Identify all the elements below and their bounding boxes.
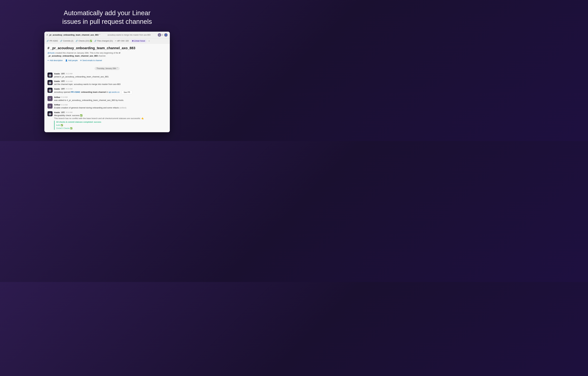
- message-content: Axolo APP 8:14 AM Mergeability check: su…: [54, 111, 167, 130]
- tab-files-changed[interactable]: 🔗 Files changed (21): [94, 40, 113, 42]
- message-text: Enable creation of general channel durin…: [54, 106, 167, 109]
- link-icon: 🔗: [94, 40, 96, 42]
- sender-name: Arthur: [54, 104, 60, 106]
- message-time: 8:14 AM: [66, 80, 73, 82]
- repo-link[interactable]: api.axolo.co: [109, 91, 119, 93]
- chevron-icon: ˅: [117, 67, 118, 70]
- message-content: Arthur 8:14 AM was added to #_pr_acoudou…: [54, 96, 167, 102]
- channel-actions: ✏ Add description 👤 Add people ✉ Send em…: [47, 59, 167, 62]
- message-header: Axolo APP 8:14 AM: [54, 80, 167, 83]
- active-dot: [132, 40, 133, 42]
- list-item: 🤖 Axolo APP 8:14 AM Mergeability check: …: [44, 110, 170, 131]
- message-text: joined #_pr_acoudouy_onboarding_team_cha…: [54, 75, 167, 78]
- list-item: A Arthur 8:14 AM Enable creation of gene…: [44, 103, 170, 110]
- avatar: A: [47, 96, 53, 101]
- tab-label: Checks (2/2) ✅: [79, 40, 92, 42]
- tab-diff[interactable]: ✂ diff +344 -320: [115, 40, 129, 42]
- action-label: Add description: [50, 59, 63, 62]
- tab-label: Linear Issue: [134, 40, 145, 42]
- sender-name: Axolo: [54, 80, 60, 83]
- channel-body: # _pr_acoudouy_onboarding_team_channel_a…: [44, 43, 170, 65]
- tab-pr[interactable]: 🔗 PR #1842: [47, 40, 58, 42]
- avatar: A: [47, 104, 53, 109]
- chevron-down-icon: ˅: [99, 34, 100, 36]
- check-item: CircleCI Checks ✅: [56, 127, 167, 130]
- message-header: Axolo APP 8:13 AM: [54, 73, 167, 75]
- tab-linear-issue[interactable]: Linear Issue: [131, 39, 146, 42]
- app-badge: APP: [61, 73, 65, 75]
- checks-block: All checks & commit statuses completed: …: [54, 121, 167, 130]
- checks-title: All checks & commit statuses completed: …: [56, 121, 167, 124]
- add-member-icon[interactable]: 👤: [164, 33, 168, 37]
- message-time: 8:13 AM: [66, 73, 73, 74]
- tab-label: diff +344 -320: [117, 40, 129, 42]
- title-bar: # _pr_acoudouy_onboarding_team_channel_a…: [44, 32, 170, 38]
- sender-name: Axolo: [54, 73, 60, 75]
- pr-link[interactable]: PR #1842: [71, 91, 80, 93]
- avatar: 🤖: [47, 73, 53, 78]
- message-text: was added to #_pr_acoudouy_onboarding_te…: [54, 99, 167, 102]
- add-tab-button[interactable]: +: [149, 40, 150, 42]
- message-time: 8:14 AM: [61, 104, 68, 106]
- list-item: A Arthur 8:14 AM was added to #_pr_acoud…: [44, 95, 170, 103]
- tabs-bar: 🔗 PR #1842 🔗 Commits (2) 🔗 Checks (2/2) …: [44, 38, 170, 43]
- channel-name-header[interactable]: # _pr_acoudouy_onboarding_team_channel_a…: [47, 34, 100, 36]
- message-time: 8:14 AM: [66, 88, 73, 90]
- list-item: 🤖 Axolo APP 8:14 AM acoudouy opened PR #…: [44, 87, 170, 95]
- avatar: 🤖: [47, 111, 53, 116]
- merge-info: acoudouy wants to merge into master from…: [101, 34, 157, 36]
- action-label: Send emails to channel: [82, 59, 102, 62]
- see-pr-button[interactable]: See PR: [122, 90, 132, 94]
- list-item: 🤖 Axolo APP 8:13 AM joined #_pr_acoudouy…: [44, 72, 170, 79]
- person-icon: 👤: [65, 59, 68, 62]
- message-text: acoudouy opened PR #1842: onboarding tea…: [54, 90, 167, 94]
- channel-title: # _pr_acoudouy_onboarding_team_channel_a…: [47, 46, 167, 50]
- sender-name: Axolo: [54, 111, 60, 114]
- headline: Automatically add your Linear issues in …: [62, 9, 152, 26]
- tab-checks[interactable]: 🔗 Checks (2/2) ✅: [75, 40, 92, 42]
- message-text: Mergeability check: success ✅ This branc…: [54, 114, 167, 130]
- edited-label: (edited): [119, 106, 126, 109]
- member-count: 🤖 2: [158, 33, 163, 37]
- date-text: Thursday, January 26th: [96, 67, 116, 70]
- check-item: build ✅: [56, 124, 167, 126]
- message-header: Axolo APP 8:14 AM: [54, 111, 167, 114]
- message-text: set the channel topic: acoudouy wants to…: [54, 83, 167, 86]
- tab-label: Commits (2): [63, 40, 73, 42]
- link-icon: 🔗: [75, 40, 78, 42]
- email-icon: ✉: [80, 59, 82, 62]
- avatar: 🤖: [47, 80, 53, 85]
- message-content: Axolo APP 8:13 AM joined #_pr_acoudouy_o…: [54, 73, 167, 78]
- send-emails-action[interactable]: ✉ Send emails to channel: [80, 59, 102, 62]
- link-icon: 🔗: [47, 40, 49, 42]
- header-right: 🤖 2 👤: [158, 33, 168, 37]
- message-content: Axolo APP 8:14 AM set the channel topic:…: [54, 80, 167, 86]
- action-label: Add people: [68, 59, 78, 62]
- channel-description: @Axolo created this channel on January 2…: [47, 51, 167, 57]
- app-badge: APP: [61, 111, 65, 114]
- tab-commits[interactable]: 🔗 Commits (2): [60, 40, 73, 42]
- headline-line1: Automatically add your Linear: [62, 9, 152, 17]
- description-text: created this channel on January 26th. Th…: [55, 52, 119, 54]
- app-badge: APP: [61, 88, 65, 90]
- add-description-action[interactable]: ✏ Add description: [47, 59, 63, 62]
- app-badge: APP: [61, 80, 65, 82]
- description-end: channel.: [98, 55, 106, 57]
- date-pill[interactable]: Thursday, January 26th ˅: [95, 67, 119, 70]
- sender-name: Arthur: [54, 96, 60, 98]
- count: 2: [162, 34, 163, 36]
- message-content: Axolo APP 8:14 AM acoudouy opened PR #18…: [54, 88, 167, 94]
- slack-window: # _pr_acoudouy_onboarding_team_channel_a…: [44, 32, 170, 132]
- avatar: 🤖: [47, 88, 53, 93]
- tab-label: Files changed (21): [97, 40, 113, 42]
- avatar: 🤖: [158, 33, 161, 37]
- message-time: 8:14 AM: [61, 96, 68, 98]
- message-time: 8:14 AM: [66, 111, 73, 113]
- message-header: Arthur 8:14 AM: [54, 96, 167, 98]
- merge-desc: This branch has no conflict with the bas…: [54, 117, 144, 120]
- scissors-icon: ✂: [115, 40, 117, 42]
- sender-name: Axolo: [54, 88, 60, 90]
- add-people-action[interactable]: 👤 Add people: [65, 59, 78, 62]
- link-icon: 🔗: [60, 40, 62, 42]
- mention-axolo: @Axolo: [47, 52, 55, 54]
